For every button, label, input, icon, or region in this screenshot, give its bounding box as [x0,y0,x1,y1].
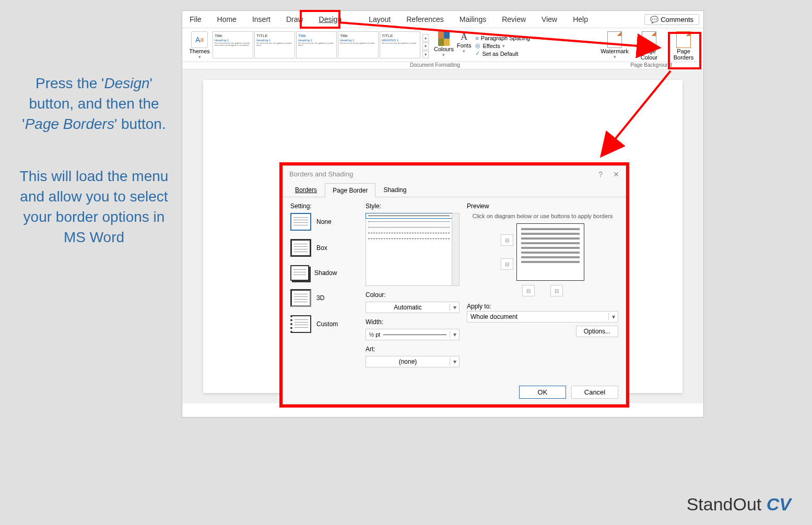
colours-button[interactable]: Colours ▾ [434,31,454,61]
paragraph-spacing-button[interactable]: ≡Paragraph Spacing ▾ [475,35,535,41]
ok-button[interactable]: OK [519,386,566,399]
border-top-button[interactable]: ⊟ [501,234,513,246]
check-icon: ✓ [475,50,480,57]
tab-view[interactable]: View [538,13,560,26]
word-window: File Home Insert Draw Design Layout Refe… [182,10,704,417]
colour-combo[interactable]: Automatic ▾ [366,302,460,313]
ribbon-tabs: File Home Insert Draw Design Layout Refe… [182,11,703,28]
gallery-down-icon[interactable]: ▾ [422,42,429,50]
style-option[interactable] [368,221,450,222]
gallery-up-icon[interactable]: ▴ [422,34,429,42]
fonts-icon: A [461,31,467,42]
tab-home[interactable]: Home [214,13,240,26]
setting-custom-icon [290,315,311,333]
scrollbar[interactable] [452,213,459,285]
style-thumb[interactable]: TITLE HEADING 1 On the Insert tab the ga… [380,31,420,58]
instruction-text: ' button. [114,116,166,132]
page-colour-icon [642,31,656,48]
setting-none[interactable]: None [290,213,358,231]
tab-review[interactable]: Review [499,13,529,26]
colours-icon [438,31,450,46]
colour-label: Colour: [366,291,460,299]
style-option[interactable] [368,227,450,228]
style-option[interactable] [368,216,450,216]
tab-help[interactable]: Help [570,13,591,26]
page-borders-highlight [668,32,701,69]
setting-3d[interactable]: 3D [290,289,358,307]
gallery-more-icon[interactable]: ▾ [422,51,429,58]
set-default-button[interactable]: ✓Set as Default [475,50,535,57]
chevron-down-icon: ▾ [502,43,505,49]
chevron-down-icon: ▾ [450,358,459,365]
effects-button[interactable]: ◎Effects ▾ [475,42,535,49]
fonts-button[interactable]: A Fonts ▾ [457,31,472,61]
tab-shading[interactable]: Shading [375,183,414,197]
standout-cv-logo: StandOut CV [687,494,791,515]
setting-label: Setting: [290,202,358,210]
chevron-down-icon: ▾ [608,313,618,320]
chevron-down-icon: ▾ [450,304,459,311]
setting-shadow[interactable]: Shadow [290,265,358,281]
instruction-para2: This will load the menu and allow you to… [16,166,172,248]
chevron-down-icon: ▾ [614,54,616,59]
themes-icon: Aa [191,31,208,48]
borders-em: Page Borders [25,116,114,132]
style-option[interactable] [368,233,450,233]
themes-label: Themes [189,48,210,54]
style-label: Style: [366,202,460,210]
instruction-panel: Press the 'Design' button, and then the … [16,73,172,247]
fonts-label: Fonts [457,42,472,49]
setting-shadow-icon [290,265,309,281]
border-left-button[interactable]: ⊟ [522,285,535,296]
tab-mailings[interactable]: Mailings [456,13,489,26]
dialog-tabs: Borders Page Border Shading [283,183,626,197]
close-icon[interactable]: ✕ [613,170,619,178]
page-colour-button[interactable]: Page Colour [633,31,665,61]
tab-references[interactable]: References [403,13,447,26]
format-options: ≡Paragraph Spacing ▾ ◎Effects ▾ ✓Set as … [475,31,535,61]
chevron-down-icon: ▾ [442,52,445,57]
effects-icon: ◎ [475,42,480,49]
art-label: Art: [366,345,460,353]
style-thumb[interactable]: TITLE Heading 1 On the Insert tab, the g… [254,31,295,58]
style-thumb[interactable]: Title Heading 1 On the Insert tab, the g… [213,31,253,58]
help-icon[interactable]: ? [598,170,603,178]
border-right-button[interactable]: ⊟ [550,285,563,296]
style-thumb[interactable]: Title Heading 1 On the Insert tab, the g… [296,31,337,58]
dialog-highlight: Borders and Shading ? ✕ Borders Page Bor… [279,162,629,408]
preview-instruction: Click on diagram below or use buttons to… [467,213,618,219]
setting-box[interactable]: Box [290,239,358,257]
apply-label: Apply to: [467,303,618,310]
tab-page-border[interactable]: Page Border [325,183,375,197]
themes-button[interactable]: Aa Themes ▾ [186,31,213,61]
preview-column: Preview Click on diagram below or use bu… [467,202,618,375]
chevron-down-icon: ▾ [198,54,201,59]
comments-button[interactable]: 💬 Comments [644,14,699,25]
tab-layout[interactable]: Layout [366,13,394,26]
options-button[interactable]: Options... [576,326,618,337]
width-combo[interactable]: ½ pt ▾ [366,329,460,340]
setting-none-icon [290,213,311,231]
style-list[interactable] [366,213,460,286]
comments-label: Comments [661,16,693,23]
setting-custom[interactable]: Custom [290,315,358,333]
apply-combo[interactable]: Whole document ▾ [467,311,618,323]
ribbon-group-labels: Document Formatting Page Background [182,62,703,69]
setting-column: Setting: None Box Shadow [290,202,358,375]
style-thumb[interactable]: Title Heading 1 On the Insert tab the ga… [338,31,379,58]
cancel-button[interactable]: Cancel [571,386,618,399]
style-column: Style: Colour: Automatic [366,202,460,375]
style-gallery[interactable]: Title Heading 1 On the Insert tab, the g… [213,31,429,61]
width-label: Width: [366,318,460,326]
art-combo[interactable]: (none) ▾ [366,356,460,367]
preview-page[interactable] [516,223,584,281]
ribbon-content: Aa Themes ▾ Title Heading 1 On the Inser… [182,28,703,62]
chevron-down-icon: ▾ [463,49,465,54]
tab-borders[interactable]: Borders [287,183,325,197]
comment-icon: 💬 [650,16,658,23]
style-option[interactable] [368,238,450,239]
tab-insert[interactable]: Insert [249,13,274,26]
watermark-button[interactable]: Watermark ▾ [599,31,630,61]
border-bottom-button[interactable]: ⊟ [501,258,513,270]
tab-file[interactable]: File [186,13,205,26]
